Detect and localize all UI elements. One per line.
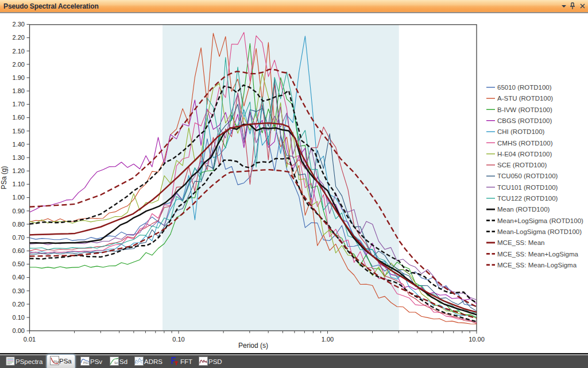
svg-text:B-IVW (ROTD100): B-IVW (ROTD100) xyxy=(497,106,552,113)
svg-text:0.50: 0.50 xyxy=(13,260,25,267)
svg-text:A-STU (ROTD100): A-STU (ROTD100) xyxy=(497,95,553,102)
svg-text:Period (s): Period (s) xyxy=(238,342,268,350)
svg-text:65010 (ROTD100): 65010 (ROTD100) xyxy=(497,84,552,91)
svg-text:1.90: 1.90 xyxy=(13,74,25,81)
svg-text:1.30: 1.30 xyxy=(13,154,25,161)
svg-text:10.00: 10.00 xyxy=(469,336,485,343)
svg-text:1.00: 1.00 xyxy=(322,336,334,343)
svg-text:PSa (g): PSa (g) xyxy=(0,166,8,190)
svg-text:CMHS (ROTD100): CMHS (ROTD100) xyxy=(497,140,553,147)
svg-text:0.30: 0.30 xyxy=(13,288,25,294)
svg-text:0.90: 0.90 xyxy=(13,208,25,214)
svg-text:Mean-LogSigma (ROTD100): Mean-LogSigma (ROTD100) xyxy=(497,228,582,235)
svg-text:1.80: 1.80 xyxy=(13,87,25,94)
svg-text:1.40: 1.40 xyxy=(13,141,25,148)
svg-text:Mean (ROTD100): Mean (ROTD100) xyxy=(497,206,550,213)
svg-text:0.20: 0.20 xyxy=(13,301,25,308)
svg-text:TCU101 (ROTD100): TCU101 (ROTD100) xyxy=(497,184,558,191)
svg-text:0.01: 0.01 xyxy=(24,336,36,343)
svg-text:PSv: PSv xyxy=(83,361,89,365)
svg-text:1.70: 1.70 xyxy=(13,101,25,108)
svg-text:SCE (ROTD100): SCE (ROTD100) xyxy=(497,162,547,168)
svg-text:TCU050 (ROTD100): TCU050 (ROTD100) xyxy=(497,172,558,179)
svg-text:PSa: PSa xyxy=(53,360,59,363)
svg-text:CHI (ROTD100): CHI (ROTD100) xyxy=(497,128,545,135)
svg-text:MCE_SS: Mean-LogSigma: MCE_SS: Mean-LogSigma xyxy=(497,262,577,269)
svg-text:Mean+LogSigma (ROTD100): Mean+LogSigma (ROTD100) xyxy=(497,217,583,224)
svg-text:0.70: 0.70 xyxy=(13,234,25,241)
svg-text:2.20: 2.20 xyxy=(13,34,25,41)
svg-text:0.00: 0.00 xyxy=(13,327,25,334)
svg-text:2.10: 2.10 xyxy=(13,48,25,55)
svg-text:CBGS (ROTD100): CBGS (ROTD100) xyxy=(497,117,552,124)
svg-text:H-E04 (ROTD100): H-E04 (ROTD100) xyxy=(497,151,552,158)
svg-text:1.60: 1.60 xyxy=(13,114,25,121)
svg-text:0.60: 0.60 xyxy=(13,247,25,254)
svg-text:Sd: Sd xyxy=(114,361,118,365)
svg-text:2.30: 2.30 xyxy=(13,21,25,28)
svg-text:MCE_SS: Mean+LogSigma: MCE_SS: Mean+LogSigma xyxy=(497,251,579,258)
svg-text:0.10: 0.10 xyxy=(13,314,25,321)
svg-text:1.00: 1.00 xyxy=(13,194,25,201)
svg-text:MCE_SS: Mean: MCE_SS: Mean xyxy=(497,239,544,246)
svg-text:0.40: 0.40 xyxy=(13,274,25,281)
svg-text:1.20: 1.20 xyxy=(13,167,25,174)
svg-text:1.50: 1.50 xyxy=(13,128,25,135)
svg-text:2.00: 2.00 xyxy=(13,61,25,68)
svg-text:0.80: 0.80 xyxy=(13,221,25,228)
svg-text:1.10: 1.10 xyxy=(13,181,25,187)
svg-text:TCU122 (ROTD100): TCU122 (ROTD100) xyxy=(497,195,558,202)
svg-text:0.10: 0.10 xyxy=(172,336,184,343)
